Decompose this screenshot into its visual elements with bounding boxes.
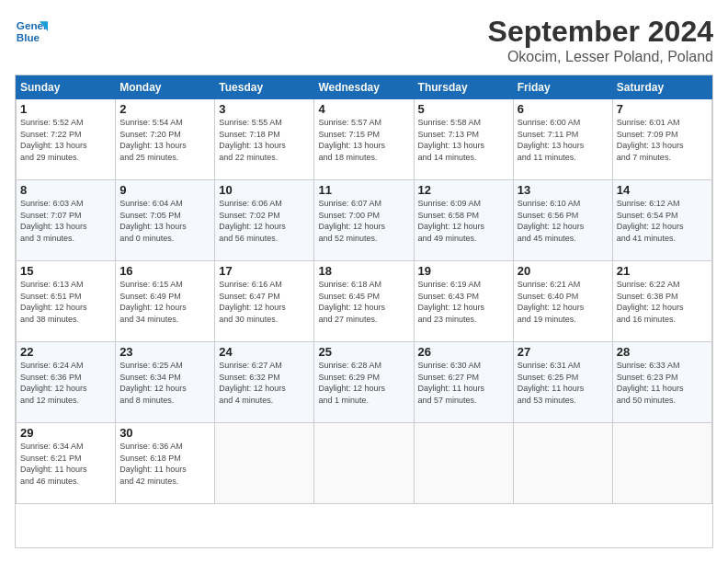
calendar-cell: 30Sunrise: 6:36 AM Sunset: 6:18 PM Dayli… bbox=[116, 423, 215, 504]
day-info: Sunrise: 6:19 AM Sunset: 6:43 PM Dayligh… bbox=[418, 279, 509, 325]
day-number: 19 bbox=[418, 264, 509, 278]
weekday-header-thursday: Thursday bbox=[414, 76, 513, 99]
day-number: 17 bbox=[219, 264, 310, 278]
calendar-cell: 29Sunrise: 6:34 AM Sunset: 6:21 PM Dayli… bbox=[17, 423, 116, 504]
day-info: Sunrise: 5:54 AM Sunset: 7:20 PM Dayligh… bbox=[119, 117, 210, 163]
svg-text:Blue: Blue bbox=[17, 31, 40, 43]
day-number: 26 bbox=[418, 345, 509, 359]
day-number: 22 bbox=[20, 345, 111, 359]
day-info: Sunrise: 6:07 AM Sunset: 7:00 PM Dayligh… bbox=[318, 198, 409, 244]
day-number: 15 bbox=[20, 264, 111, 278]
day-number: 23 bbox=[119, 345, 210, 359]
calendar-cell: 4Sunrise: 5:57 AM Sunset: 7:15 PM Daylig… bbox=[314, 99, 414, 180]
day-info: Sunrise: 6:12 AM Sunset: 6:54 PM Dayligh… bbox=[617, 198, 708, 244]
weekday-header-wednesday: Wednesday bbox=[314, 76, 414, 99]
weekday-header-friday: Friday bbox=[513, 76, 612, 99]
calendar-cell: 12Sunrise: 6:09 AM Sunset: 6:58 PM Dayli… bbox=[414, 180, 513, 261]
calendar-cell: 20Sunrise: 6:21 AM Sunset: 6:40 PM Dayli… bbox=[513, 261, 612, 342]
calendar-cell: 18Sunrise: 6:18 AM Sunset: 6:45 PM Dayli… bbox=[314, 261, 414, 342]
calendar-cell bbox=[414, 423, 513, 504]
weekday-header-tuesday: Tuesday bbox=[215, 76, 314, 99]
page: General Blue September 2024 Okocim, Less… bbox=[0, 0, 728, 563]
day-number: 1 bbox=[20, 102, 111, 116]
calendar-cell: 25Sunrise: 6:28 AM Sunset: 6:29 PM Dayli… bbox=[314, 342, 414, 423]
calendar-cell: 11Sunrise: 6:07 AM Sunset: 7:00 PM Dayli… bbox=[314, 180, 414, 261]
calendar-cell: 26Sunrise: 6:30 AM Sunset: 6:27 PM Dayli… bbox=[414, 342, 513, 423]
day-info: Sunrise: 6:03 AM Sunset: 7:07 PM Dayligh… bbox=[20, 198, 111, 244]
calendar-cell: 13Sunrise: 6:10 AM Sunset: 6:56 PM Dayli… bbox=[513, 180, 612, 261]
calendar-cell bbox=[314, 423, 414, 504]
day-info: Sunrise: 6:06 AM Sunset: 7:02 PM Dayligh… bbox=[219, 198, 310, 244]
day-number: 29 bbox=[20, 426, 111, 440]
calendar-cell: 10Sunrise: 6:06 AM Sunset: 7:02 PM Dayli… bbox=[215, 180, 314, 261]
day-number: 5 bbox=[418, 102, 509, 116]
day-number: 6 bbox=[518, 102, 609, 116]
day-number: 27 bbox=[518, 345, 609, 359]
calendar-cell: 19Sunrise: 6:19 AM Sunset: 6:43 PM Dayli… bbox=[414, 261, 513, 342]
calendar-cell: 14Sunrise: 6:12 AM Sunset: 6:54 PM Dayli… bbox=[612, 180, 711, 261]
calendar-cell bbox=[215, 423, 314, 504]
calendar-cell: 27Sunrise: 6:31 AM Sunset: 6:25 PM Dayli… bbox=[513, 342, 612, 423]
day-number: 3 bbox=[219, 102, 310, 116]
calendar-cell bbox=[612, 423, 711, 504]
day-number: 16 bbox=[119, 264, 210, 278]
calendar-cell: 17Sunrise: 6:16 AM Sunset: 6:47 PM Dayli… bbox=[215, 261, 314, 342]
calendar-cell: 2Sunrise: 5:54 AM Sunset: 7:20 PM Daylig… bbox=[116, 99, 215, 180]
page-subtitle: Okocim, Lesser Poland, Poland bbox=[488, 49, 713, 65]
calendar-cell: 1Sunrise: 5:52 AM Sunset: 7:22 PM Daylig… bbox=[17, 99, 116, 180]
calendar-cell: 24Sunrise: 6:27 AM Sunset: 6:32 PM Dayli… bbox=[215, 342, 314, 423]
weekday-header-saturday: Saturday bbox=[612, 76, 711, 99]
page-title: September 2024 bbox=[488, 15, 713, 49]
weekday-header-sunday: Sunday bbox=[17, 76, 116, 99]
calendar: SundayMondayTuesdayWednesdayThursdayFrid… bbox=[15, 75, 713, 548]
day-info: Sunrise: 6:16 AM Sunset: 6:47 PM Dayligh… bbox=[219, 279, 310, 325]
day-info: Sunrise: 5:52 AM Sunset: 7:22 PM Dayligh… bbox=[20, 117, 111, 163]
day-info: Sunrise: 6:28 AM Sunset: 6:29 PM Dayligh… bbox=[318, 360, 409, 406]
day-info: Sunrise: 6:25 AM Sunset: 6:34 PM Dayligh… bbox=[119, 360, 210, 406]
calendar-cell: 6Sunrise: 6:00 AM Sunset: 7:11 PM Daylig… bbox=[513, 99, 612, 180]
day-info: Sunrise: 6:36 AM Sunset: 6:18 PM Dayligh… bbox=[119, 441, 210, 487]
day-number: 10 bbox=[219, 183, 310, 197]
day-info: Sunrise: 6:01 AM Sunset: 7:09 PM Dayligh… bbox=[617, 117, 708, 163]
day-info: Sunrise: 6:33 AM Sunset: 6:23 PM Dayligh… bbox=[617, 360, 708, 406]
day-info: Sunrise: 6:10 AM Sunset: 6:56 PM Dayligh… bbox=[518, 198, 609, 244]
day-info: Sunrise: 6:31 AM Sunset: 6:25 PM Dayligh… bbox=[518, 360, 609, 406]
day-number: 25 bbox=[318, 345, 409, 359]
day-number: 20 bbox=[518, 264, 609, 278]
day-info: Sunrise: 6:13 AM Sunset: 6:51 PM Dayligh… bbox=[20, 279, 111, 325]
day-info: Sunrise: 5:57 AM Sunset: 7:15 PM Dayligh… bbox=[318, 117, 409, 163]
day-info: Sunrise: 6:27 AM Sunset: 6:32 PM Dayligh… bbox=[219, 360, 310, 406]
weekday-header-row: SundayMondayTuesdayWednesdayThursdayFrid… bbox=[17, 76, 712, 99]
calendar-cell: 8Sunrise: 6:03 AM Sunset: 7:07 PM Daylig… bbox=[17, 180, 116, 261]
weekday-header-monday: Monday bbox=[116, 76, 215, 99]
calendar-cell bbox=[513, 423, 612, 504]
day-number: 30 bbox=[119, 426, 210, 440]
header: General Blue September 2024 Okocim, Less… bbox=[15, 15, 713, 65]
title-block: September 2024 Okocim, Lesser Poland, Po… bbox=[488, 15, 713, 65]
calendar-cell: 16Sunrise: 6:15 AM Sunset: 6:49 PM Dayli… bbox=[116, 261, 215, 342]
calendar-cell: 9Sunrise: 6:04 AM Sunset: 7:05 PM Daylig… bbox=[116, 180, 215, 261]
day-info: Sunrise: 6:18 AM Sunset: 6:45 PM Dayligh… bbox=[318, 279, 409, 325]
day-info: Sunrise: 6:34 AM Sunset: 6:21 PM Dayligh… bbox=[20, 441, 111, 487]
calendar-cell: 23Sunrise: 6:25 AM Sunset: 6:34 PM Dayli… bbox=[116, 342, 215, 423]
calendar-cell: 15Sunrise: 6:13 AM Sunset: 6:51 PM Dayli… bbox=[17, 261, 116, 342]
day-number: 11 bbox=[318, 183, 409, 197]
day-number: 7 bbox=[617, 102, 708, 116]
day-number: 28 bbox=[617, 345, 708, 359]
logo: General Blue bbox=[15, 15, 48, 48]
day-info: Sunrise: 5:58 AM Sunset: 7:13 PM Dayligh… bbox=[418, 117, 509, 163]
day-info: Sunrise: 6:15 AM Sunset: 6:49 PM Dayligh… bbox=[119, 279, 210, 325]
day-number: 9 bbox=[119, 183, 210, 197]
day-info: Sunrise: 6:24 AM Sunset: 6:36 PM Dayligh… bbox=[20, 360, 111, 406]
calendar-cell: 21Sunrise: 6:22 AM Sunset: 6:38 PM Dayli… bbox=[612, 261, 711, 342]
day-info: Sunrise: 6:09 AM Sunset: 6:58 PM Dayligh… bbox=[418, 198, 509, 244]
day-info: Sunrise: 6:22 AM Sunset: 6:38 PM Dayligh… bbox=[617, 279, 708, 325]
day-number: 14 bbox=[617, 183, 708, 197]
calendar-cell: 5Sunrise: 5:58 AM Sunset: 7:13 PM Daylig… bbox=[414, 99, 513, 180]
day-number: 8 bbox=[20, 183, 111, 197]
day-info: Sunrise: 6:30 AM Sunset: 6:27 PM Dayligh… bbox=[418, 360, 509, 406]
day-info: Sunrise: 6:04 AM Sunset: 7:05 PM Dayligh… bbox=[119, 198, 210, 244]
day-number: 18 bbox=[318, 264, 409, 278]
logo-icon: General Blue bbox=[15, 15, 48, 48]
day-number: 2 bbox=[119, 102, 210, 116]
